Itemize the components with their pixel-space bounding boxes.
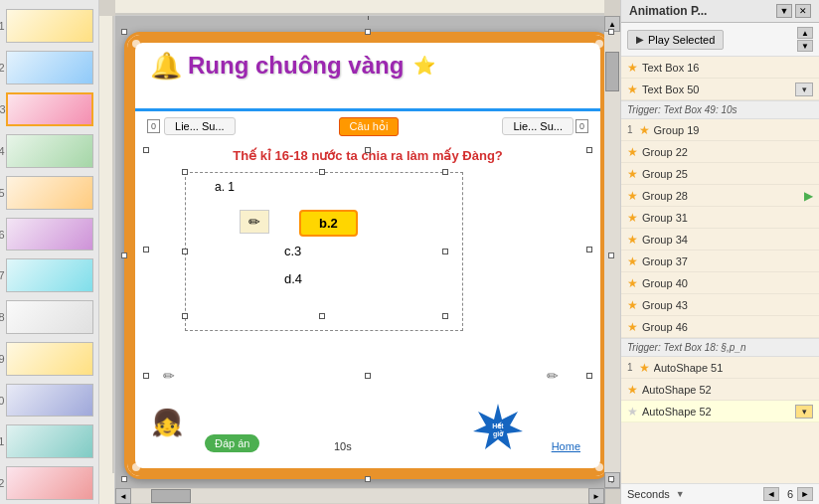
sel-h-tr[interactable] [442, 169, 448, 175]
handle-ml[interactable] [121, 252, 127, 258]
slide-thumb-8[interactable]: 8 [6, 300, 93, 334]
trigger-num-1: 1 [627, 124, 633, 135]
anim-item-group28[interactable]: ★ Group 28 ▶ [621, 185, 819, 207]
outer-sel-mr[interactable] [586, 247, 592, 252]
outer-sel-tm[interactable] [365, 147, 371, 153]
anim-item-group40[interactable]: ★ Group 40 [621, 272, 819, 294]
autoshape52b-box[interactable]: ▾ [795, 405, 813, 419]
anim-item-group31[interactable]: ★ Group 31 [621, 207, 819, 229]
anim-item-textbox16[interactable]: ★ Text Box 16 [621, 57, 819, 79]
scrollbar-corner [604, 488, 620, 504]
anim-label-autoshape51: AutoShape 51 [654, 362, 813, 374]
anim-item-group25[interactable]: ★ Group 25 [621, 163, 819, 185]
horizontal-scrollbar[interactable]: ◄ ► [115, 488, 604, 504]
star-icon-1: ★ [627, 61, 638, 75]
anim-item-textbox50[interactable]: ★ Text Box 50 ▾ [621, 79, 819, 100]
sel-h-tl[interactable] [182, 169, 188, 175]
handle-br[interactable] [608, 476, 614, 482]
character-img: 👧 [151, 408, 183, 438]
anim-label-autoshape52b: AutoShape 52 [642, 406, 791, 418]
outer-sel-ml[interactable] [143, 247, 149, 252]
blue-divider [135, 108, 600, 111]
star-group19: ★ [639, 123, 650, 137]
animation-panel-close-btn[interactable]: ✕ [795, 4, 811, 18]
nav-btn-cau-hoi[interactable]: Câu hỏi [339, 117, 400, 136]
outer-sel-bl[interactable] [143, 373, 149, 379]
slide-title: Rung chuông vàng [188, 52, 404, 80]
sel-h-mr[interactable] [442, 249, 448, 254]
anim-scroll-up-btn[interactable]: ▲ [797, 27, 813, 39]
anim-label-group40: Group 40 [642, 277, 813, 289]
dropdown-arrow-icon: ▼ [676, 489, 685, 499]
anim-item-group19[interactable]: 1 ★ Group 19 [621, 119, 819, 141]
nav-right: Lie... Su... 0 [502, 117, 588, 135]
time-label: 10s [334, 440, 352, 452]
handle-tl[interactable] [121, 29, 127, 35]
nav-btn-lie1[interactable]: Lie... Su... [164, 117, 236, 135]
slide-thumb-7[interactable]: 7 [6, 258, 93, 292]
outer-sel-tr[interactable] [586, 147, 592, 153]
slide-canvas: 🔔 Rung chuông vàng ⭐ 0 Lie... S [124, 32, 611, 479]
animation-panel-collapse-btn[interactable]: ▼ [776, 4, 792, 18]
anim-scroll-down-btn[interactable]: ▼ [797, 40, 813, 52]
anim-item-group34[interactable]: ★ Group 34 [621, 229, 819, 251]
scroll-track-h [131, 489, 588, 503]
star-group25: ★ [627, 167, 638, 181]
anim-item-group22[interactable]: ★ Group 22 [621, 141, 819, 163]
anim-label-autoshape52a: AutoShape 52 [642, 384, 813, 396]
handle-mr[interactable] [608, 252, 614, 258]
anim-item-autoshape52a[interactable]: ★ AutoShape 52 [621, 379, 819, 401]
sel-h-tm[interactable] [319, 169, 325, 175]
trigger-2-header: Trigger: Text Box 18: §,p_n [621, 339, 819, 356]
handle-bl[interactable] [121, 476, 127, 482]
anim-label-group43: Group 43 [642, 299, 813, 311]
play-selected-button[interactable]: ▶ Play Selected [627, 30, 724, 50]
star-group22: ★ [627, 145, 638, 159]
star-group31: ★ [627, 211, 638, 225]
handle-tm[interactable] [365, 29, 371, 35]
counter-1: 0 [147, 119, 160, 133]
scroll-thumb-h[interactable] [151, 489, 191, 503]
anim-item-group43[interactable]: ★ Group 43 [621, 294, 819, 316]
anim-item-autoshape52b[interactable]: ★ AutoShape 52 ▾ [621, 401, 819, 422]
slide-thumb-4[interactable]: 4 [6, 134, 93, 168]
outer-sel-bm[interactable] [365, 373, 371, 379]
sel-h-ml[interactable] [182, 249, 188, 254]
footer-nav-next-btn[interactable]: ► [797, 487, 813, 501]
trigger-1-section: Trigger: Text Box 49: 10s [621, 100, 819, 119]
nav-btn-lie2[interactable]: Lie... Su... [502, 117, 573, 135]
scroll-right-btn[interactable]: ► [588, 488, 604, 504]
slide-thumb-6[interactable]: 6 [6, 218, 93, 252]
slide-thumb-2[interactable]: 2 [6, 51, 93, 84]
anim-item-group37[interactable]: ★ Group 37 [621, 251, 819, 272]
textbox50-box[interactable]: ▾ [795, 83, 813, 96]
home-btn[interactable]: Home [552, 440, 580, 452]
slide-thumb-11[interactable]: 11 [6, 424, 93, 458]
footer-nav-prev-btn[interactable]: ◄ [763, 487, 779, 501]
sel-h-bm[interactable] [319, 313, 325, 319]
slide-panel: 1 2 3 4 5 6 7 8 9 10 11 12 [0, 0, 99, 504]
slide-thumb-1[interactable]: 1 [6, 9, 93, 43]
vertical-ruler [99, 16, 115, 504]
corner-dot-tr [595, 40, 603, 48]
outer-sel-tl[interactable] [143, 147, 149, 153]
scroll-left-btn[interactable]: ◄ [115, 488, 131, 504]
dap-an-btn[interactable]: Đáp án [205, 434, 259, 452]
slide-thumb-3[interactable]: 3 [6, 92, 93, 127]
handle-bm[interactable] [365, 476, 371, 482]
star-autoshape51: ★ [639, 361, 650, 375]
anim-label-group31: Group 31 [642, 212, 813, 224]
outer-sel-br[interactable] [586, 373, 592, 379]
sel-h-br[interactable] [442, 313, 448, 319]
slide-thumb-10[interactable]: 10 [6, 384, 93, 418]
scroll-thumb-v[interactable] [605, 52, 619, 91]
anim-item-autoshape51[interactable]: 1 ★ AutoShape 51 [621, 357, 819, 379]
slide-thumb-9[interactable]: 9 [6, 342, 93, 376]
handle-tr[interactable] [608, 29, 614, 35]
anim-item-group46[interactable]: ★ Group 46 [621, 316, 819, 338]
svg-text:giờ: giờ [493, 429, 504, 438]
slide-thumb-5[interactable]: 5 [6, 176, 93, 210]
slide-thumb-12[interactable]: 12 [6, 466, 93, 500]
selection-box [185, 172, 463, 331]
sel-h-bl[interactable] [182, 313, 188, 319]
